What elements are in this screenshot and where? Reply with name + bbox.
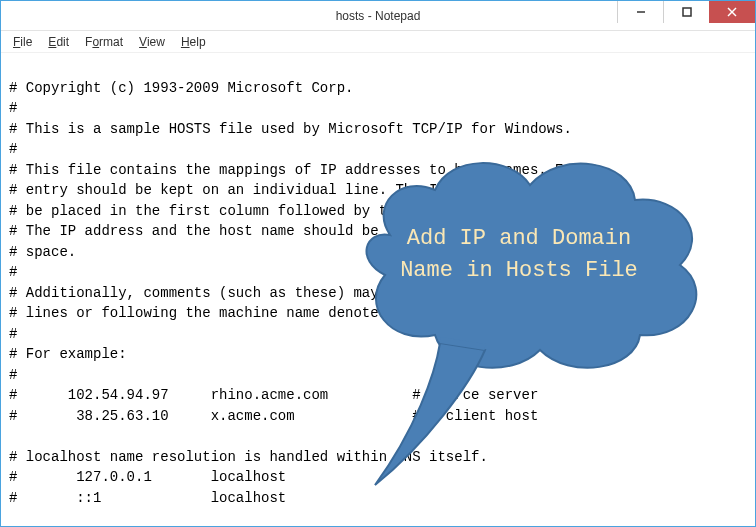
- editor-line: # be placed in the first column followed…: [9, 203, 614, 219]
- maximize-button[interactable]: [663, 1, 709, 23]
- editor-line: # 38.25.63.10 x.acme.com # x client host: [9, 408, 538, 424]
- notepad-window: hosts - Notepad File Edit Format View He…: [0, 0, 756, 527]
- menu-view[interactable]: View: [133, 33, 171, 51]
- editor-line: # 102.54.94.97 rhino.acme.com # source s…: [9, 387, 538, 403]
- editor-line: #: [9, 100, 17, 116]
- menu-edit[interactable]: Edit: [42, 33, 75, 51]
- menu-file[interactable]: File: [7, 33, 38, 51]
- editor-line: #: [9, 326, 17, 342]
- menu-help[interactable]: Help: [175, 33, 212, 51]
- editor-line: # entry should be kept on an individual …: [9, 182, 572, 198]
- minimize-button[interactable]: [617, 1, 663, 23]
- window-controls: [617, 1, 755, 23]
- menubar: File Edit Format View Help: [1, 31, 755, 53]
- window-title: hosts - Notepad: [336, 9, 421, 23]
- editor-line: # Copyright (c) 1993-2009 Microsoft Corp…: [9, 80, 353, 96]
- editor-line: # Additionally, comments (such as these)…: [9, 285, 597, 301]
- svg-rect-1: [683, 8, 691, 16]
- editor-line: # The IP address and the host name shoul…: [9, 223, 597, 239]
- editor-line: #: [9, 367, 17, 383]
- editor-line: # ::1 localhost: [9, 490, 286, 506]
- menu-format[interactable]: Format: [79, 33, 129, 51]
- editor-line: # This file contains the mappings of IP …: [9, 162, 589, 178]
- editor-line: #: [9, 141, 17, 157]
- editor-line: #: [9, 264, 17, 280]
- titlebar[interactable]: hosts - Notepad: [1, 1, 755, 31]
- editor-line: # space.: [9, 244, 76, 260]
- text-editor-area[interactable]: # Copyright (c) 1993-2009 Microsoft Corp…: [1, 53, 755, 526]
- editor-line: # lines or following the machine name de…: [9, 305, 530, 321]
- editor-line: # This is a sample HOSTS file used by Mi…: [9, 121, 572, 137]
- editor-line: # For example:: [9, 346, 127, 362]
- editor-line: # 127.0.0.1 localhost: [9, 469, 286, 485]
- editor-line: # localhost name resolution is handled w…: [9, 449, 488, 465]
- close-button[interactable]: [709, 1, 755, 23]
